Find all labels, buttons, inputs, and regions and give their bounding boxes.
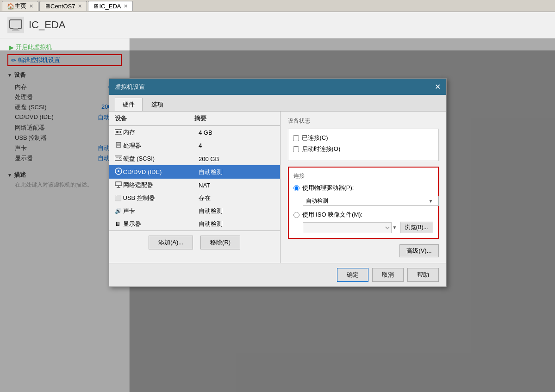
svg-rect-6 <box>118 131 119 133</box>
connected-checkbox[interactable] <box>293 135 299 141</box>
browse-button[interactable]: 浏览(B)... <box>400 222 433 233</box>
cpu-name: 处理器 <box>123 142 199 150</box>
svg-rect-7 <box>120 131 121 133</box>
iceda-icon: 🖥 <box>93 3 99 10</box>
page-header: IC_EDA <box>0 12 555 38</box>
right-panel: 设备状态 已连接(C) 启动时连接(O) <box>281 112 446 263</box>
dialog-overlay: 虚拟机设置 ✕ 硬件 选项 设备 <box>0 50 555 392</box>
connection-title: 连接 <box>293 172 433 180</box>
connected-label: 已连接(C) <box>302 134 328 142</box>
iso-path-select[interactable] <box>303 222 392 233</box>
dialog-content: 设备 摘要 内存 4 GB <box>109 112 446 263</box>
hdd-name: 硬盘 (SCSI) <box>123 155 199 163</box>
list-item-usb[interactable]: ⬜ USB 控制器 存在 <box>109 192 280 205</box>
content-area: ▶ 开启此虚拟机 ✏ 编辑虚拟机设置 设备 内存 4 GB 处理器 4 <box>0 38 555 392</box>
cpu-icon <box>115 141 123 150</box>
sound-name: 声卡 <box>123 207 199 215</box>
sound-summary: 自动检测 <box>199 207 274 215</box>
advanced-button[interactable]: 高级(V)... <box>399 244 438 257</box>
use-physical-label: 使用物理驱动器(P): <box>302 184 354 192</box>
memory-icon <box>115 129 123 137</box>
tab-centos7-close[interactable]: ✕ <box>78 3 82 9</box>
list-item-hdd[interactable]: 硬盘 (SCSI) 200 GB <box>109 152 280 165</box>
col-device-label: 设备 <box>115 114 195 123</box>
dialog-close-button[interactable]: ✕ <box>435 82 441 91</box>
svg-rect-12 <box>116 157 118 158</box>
dropdown-row: 自动检测 ▼ <box>303 196 433 206</box>
vm-settings-dialog: 虚拟机设置 ✕ 硬件 选项 设备 <box>109 78 447 287</box>
dialog-titlebar: 虚拟机设置 ✕ <box>109 79 446 95</box>
list-item-network[interactable]: 网络适配器 NAT <box>109 179 280 192</box>
display-icon: 🖥 <box>115 221 123 227</box>
dialog-body: 硬件 选项 设备 摘要 <box>109 95 446 263</box>
tab-bar: 🏠 主页 ✕ 🖥 CentOS7 ✕ 🖥 IC_EDA ✕ <box>0 0 555 12</box>
tab-options[interactable]: 选项 <box>143 98 171 111</box>
list-item-memory[interactable]: 内存 4 GB <box>109 126 280 139</box>
svg-rect-0 <box>10 20 22 28</box>
svg-rect-2 <box>12 30 19 31</box>
list-item-cdvd[interactable]: CD/DVD (IDE) 自动检测 <box>109 165 280 179</box>
home-icon: 🏠 <box>7 3 14 10</box>
usb-summary: 存在 <box>199 194 274 202</box>
physical-drive-select[interactable]: 自动检测 <box>303 196 439 206</box>
list-item-sound[interactable]: 🔊 声卡 自动检测 <box>109 205 280 218</box>
iso-input-row: ▼ 浏览(B)... <box>303 222 433 233</box>
memory-summary: 4 GB <box>199 129 274 136</box>
list-item-cpu[interactable]: 处理器 4 <box>109 139 280 152</box>
list-item-display[interactable]: 🖥 显示器 自动检测 <box>109 218 280 230</box>
play-icon: ▶ <box>9 44 14 51</box>
col-summary-label: 摘要 <box>194 114 274 123</box>
tab-hardware[interactable]: 硬件 <box>115 98 143 111</box>
cdvd-icon <box>115 168 123 176</box>
ok-button[interactable]: 确定 <box>337 268 368 282</box>
page-title: IC_EDA <box>29 19 65 31</box>
use-physical-radio[interactable] <box>293 185 299 191</box>
tab-home-close[interactable]: ✕ <box>29 3 33 9</box>
device-status-label: 设备状态 <box>288 117 439 125</box>
dialog-footer: 确定 取消 帮助 <box>109 263 446 286</box>
tab-home-label: 主页 <box>14 2 26 10</box>
svg-point-14 <box>118 170 119 172</box>
device-panel-buttons: 添加(A)... 移除(R) <box>109 230 280 254</box>
help-button[interactable]: 帮助 <box>407 268 439 282</box>
device-list-header: 设备 摘要 <box>109 112 280 126</box>
network-name: 网络适配器 <box>123 181 199 189</box>
iso-row: 使用 ISO 映像文件(M): <box>293 211 433 219</box>
add-button[interactable]: 添加(A)... <box>149 236 193 249</box>
use-iso-radio[interactable] <box>293 212 299 218</box>
centos7-icon: 🖥 <box>44 3 50 10</box>
svg-point-11 <box>119 157 121 159</box>
device-list: 内存 4 GB 处理器 4 <box>109 126 280 230</box>
memory-name: 内存 <box>123 128 199 137</box>
cancel-button[interactable]: 取消 <box>372 268 404 282</box>
svg-rect-15 <box>115 182 122 186</box>
tab-iceda-label: IC_EDA <box>99 3 121 10</box>
advanced-btn-row: 高级(V)... <box>288 244 439 257</box>
hdd-summary: 200 GB <box>199 156 274 162</box>
tab-iceda[interactable]: 🖥 IC_EDA ✕ <box>88 1 133 11</box>
connect-on-start-checkbox[interactable] <box>293 146 299 152</box>
dialog-title-text: 虚拟机设置 <box>115 83 145 91</box>
tab-home[interactable]: 🏠 主页 ✕ <box>2 1 38 11</box>
tab-centos7-label: CentOS7 <box>50 3 75 10</box>
cdvd-summary: 自动检测 <box>199 168 274 176</box>
network-summary: NAT <box>199 182 274 189</box>
tab-centos7[interactable]: 🖥 CentOS7 ✕ <box>39 1 87 11</box>
usb-icon: ⬜ <box>115 195 123 201</box>
display-summary: 自动检测 <box>199 220 274 228</box>
main-area: IC_EDA ▶ 开启此虚拟机 ✏ 编辑虚拟机设置 设备 内存 4 GB <box>0 12 555 392</box>
hdd-icon <box>115 155 123 163</box>
connected-row: 已连接(C) <box>293 134 434 142</box>
remove-button[interactable]: 移除(R) <box>200 236 240 249</box>
tab-iceda-close[interactable]: ✕ <box>124 3 128 9</box>
physical-drive-row: 使用物理驱动器(P): <box>293 184 433 192</box>
connection-box: 连接 使用物理驱动器(P): 自动检测 ▼ <box>288 167 439 239</box>
device-status-box: 已连接(C) 启动时连接(O) <box>288 129 439 161</box>
vm-icon <box>7 17 24 33</box>
display-name: 显示器 <box>123 220 199 228</box>
svg-rect-4 <box>116 131 117 133</box>
iso-dropdown-arrow-icon: ▼ <box>393 225 397 230</box>
svg-rect-9 <box>117 143 120 146</box>
connect-on-start-row: 启动时连接(O) <box>293 145 434 153</box>
sound-icon: 🔊 <box>115 208 123 214</box>
